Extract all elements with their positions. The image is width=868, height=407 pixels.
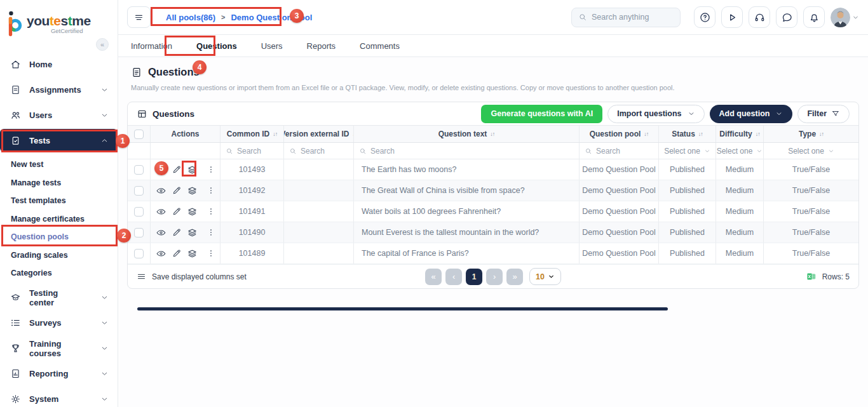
row-checkbox[interactable] [134, 228, 144, 237]
select-all-checkbox[interactable] [134, 130, 144, 139]
versions-layers-icon[interactable] [187, 227, 198, 238]
pagination-prev-button[interactable]: ‹ [445, 269, 462, 285]
pagination-last-button[interactable]: » [506, 269, 523, 285]
more-kebab-icon[interactable] [207, 249, 215, 258]
global-search[interactable] [571, 8, 681, 27]
more-kebab-icon[interactable] [207, 186, 215, 195]
filter-common-id-input[interactable] [237, 147, 278, 156]
edit-pencil-icon[interactable] [172, 206, 182, 217]
view-icon[interactable] [156, 206, 166, 217]
sidebar-item-assignments[interactable]: Assignments [0, 77, 118, 102]
versions-layers-icon[interactable] [187, 164, 198, 175]
versions-layers-icon[interactable] [187, 185, 198, 196]
filter-common-id[interactable] [220, 143, 284, 159]
sort-icon[interactable]: ↓↑ [819, 131, 824, 137]
filter-version-external-id-input[interactable] [301, 147, 348, 156]
more-kebab-icon[interactable] [207, 207, 215, 216]
tab-users[interactable]: Users [261, 41, 283, 51]
row-checkbox[interactable] [134, 207, 144, 217]
help-icon[interactable] [694, 6, 715, 28]
sidebar-item-categories[interactable]: Categories [0, 264, 118, 283]
chat-icon[interactable] [776, 6, 797, 28]
sidebar-item-testing-center[interactable]: Testing center [0, 285, 118, 310]
versions-layers-icon[interactable] [187, 206, 198, 217]
edit-pencil-icon[interactable] [172, 164, 182, 175]
pagination-page-1-button[interactable]: 1 [466, 269, 482, 285]
view-icon[interactable] [156, 164, 166, 175]
versions-layers-icon[interactable] [187, 248, 198, 259]
sidebar-item-training-courses[interactable]: Training courses [0, 336, 118, 361]
filter-question-pool-input[interactable] [596, 147, 653, 156]
sidebar-item-tests[interactable]: Tests [0, 129, 118, 152]
edit-pencil-icon[interactable] [172, 227, 182, 237]
column-header-common-id[interactable]: Common ID↓↑ [220, 126, 284, 142]
filter-status-select[interactable]: Select one [659, 143, 716, 159]
filter-type-select[interactable]: Select one [764, 143, 858, 159]
cell-status: Published [659, 222, 716, 243]
more-kebab-icon[interactable] [207, 228, 215, 237]
filter-question-text-input[interactable] [370, 147, 574, 156]
sort-icon[interactable]: ↓↑ [273, 131, 277, 137]
sort-icon[interactable]: ↓↑ [490, 131, 494, 137]
horizontal-scrollbar[interactable] [137, 307, 668, 310]
sort-icon[interactable]: ↓↑ [644, 131, 648, 137]
sidebar-collapse-button[interactable]: « [96, 38, 109, 51]
menu-icon[interactable] [127, 6, 151, 28]
more-kebab-icon[interactable] [207, 165, 215, 174]
sort-icon[interactable]: ↓↑ [698, 131, 703, 137]
tab-information[interactable]: Information [131, 41, 172, 51]
save-columns-button[interactable]: Save displayed columns set [137, 272, 247, 281]
generate-questions-ai-button[interactable]: Generate questions with AI [481, 105, 602, 123]
pagination-next-button[interactable]: › [486, 269, 503, 285]
sidebar-item-reporting[interactable]: Reporting [0, 361, 118, 387]
row-checkbox[interactable] [134, 249, 144, 258]
chevron-down-icon [100, 395, 109, 403]
row-checkbox[interactable] [134, 165, 144, 175]
view-icon[interactable] [156, 227, 166, 238]
column-header-question-pool[interactable]: Question pool↓↑ [580, 126, 659, 142]
filter-version-external-id[interactable] [284, 143, 354, 159]
edit-pencil-icon[interactable] [172, 185, 182, 196]
row-checkbox[interactable] [134, 186, 144, 196]
tab-reports[interactable]: Reports [307, 41, 336, 51]
support-headphones-icon[interactable] [749, 6, 770, 28]
sidebar-item-question-pools[interactable]: Question pools [0, 228, 118, 246]
sidebar-item-users[interactable]: Users [0, 102, 118, 128]
column-header-status[interactable]: Status↓↑ [659, 126, 716, 142]
cell-question-pool: Demo Question Pool [580, 222, 659, 243]
sidebar-item-new-test[interactable]: New test [0, 156, 118, 174]
sidebar-item-grading-scales[interactable]: Grading scales [0, 246, 118, 265]
sidebar-item-system[interactable]: System [0, 387, 118, 407]
filter-button[interactable]: Filter [797, 105, 850, 123]
import-questions-button[interactable]: Import questions [607, 105, 704, 123]
column-header-type[interactable]: Type↓↑ [764, 126, 858, 142]
column-header-question-text[interactable]: Question text↓↑ [354, 126, 580, 142]
sidebar-item-manage-certificates[interactable]: Manage certificates [0, 210, 118, 229]
add-question-button[interactable]: Add question [710, 105, 793, 123]
excel-export-icon[interactable] [806, 271, 817, 282]
notifications-bell-icon[interactable] [803, 6, 825, 28]
page-size-select[interactable]: 10 [529, 268, 561, 285]
tab-questions[interactable]: Questions [196, 41, 237, 51]
tab-comments[interactable]: Comments [360, 41, 400, 51]
user-menu[interactable] [831, 8, 859, 27]
sidebar-item-test-templates[interactable]: Test templates [0, 192, 118, 210]
sort-icon[interactable]: ↓↑ [756, 131, 760, 137]
sidebar-item-manage-tests[interactable]: Manage tests [0, 174, 118, 192]
breadcrumb-all-pools[interactable]: All pools(86) [166, 13, 215, 22]
breadcrumb-current[interactable]: Demo Question Pool [231, 13, 312, 22]
search-input[interactable] [592, 13, 668, 22]
column-header-version-external-id[interactable]: Version external ID↓↑ [284, 126, 354, 142]
filter-difficulty-select[interactable]: Select one [716, 143, 764, 159]
play-icon[interactable] [721, 6, 743, 28]
column-header-difficulty[interactable]: Difficulty↓↑ [716, 126, 764, 142]
filter-question-text[interactable] [354, 143, 580, 159]
view-icon[interactable] [156, 248, 166, 259]
sidebar-item-surveys[interactable]: Surveys [0, 310, 118, 336]
view-icon[interactable] [156, 185, 166, 196]
cell-type: True/False [764, 180, 858, 201]
pagination-first-button[interactable]: « [425, 269, 442, 285]
edit-pencil-icon[interactable] [172, 248, 182, 258]
sidebar-item-home[interactable]: Home [0, 51, 118, 77]
filter-question-pool[interactable] [580, 143, 659, 159]
